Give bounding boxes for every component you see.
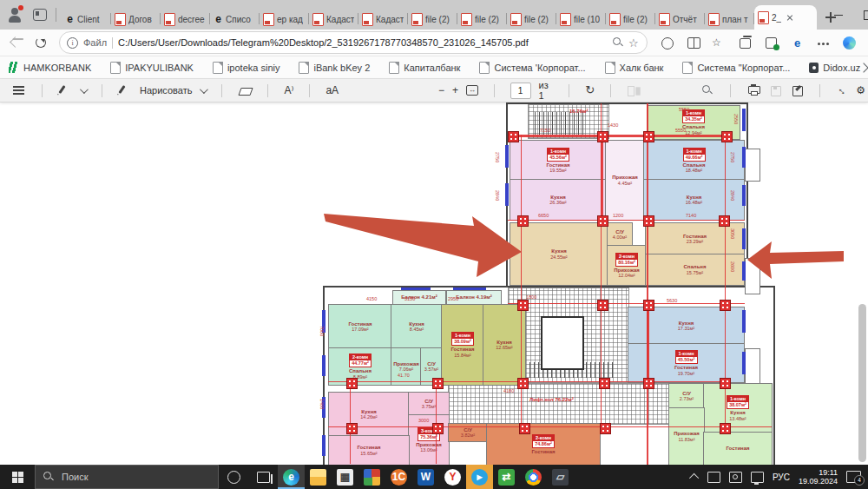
extension-icon[interactable]: [660, 36, 674, 50]
zoom-icon[interactable]: [613, 37, 623, 48]
draw-label[interactable]: Нарисовать: [140, 85, 192, 96]
bookmarks-overflow-icon[interactable]: [858, 63, 868, 72]
browser-tab[interactable]: decree: [161, 9, 210, 30]
axis-marker: [346, 378, 358, 389]
browser-tab[interactable]: e Списо: [210, 9, 260, 30]
language-indicator[interactable]: РУС: [773, 472, 790, 482]
browser-essentials-icon[interactable]: [764, 36, 779, 50]
draw-icon[interactable]: [118, 83, 132, 97]
bookmark-item[interactable]: Система 'Корпорат...: [479, 62, 585, 74]
minimize-button[interactable]: [824, 0, 853, 30]
room-name: С/У: [464, 427, 472, 433]
zoom-in-icon[interactable]: +: [452, 84, 458, 96]
url-text[interactable]: C:/Users/User/Downloads/Telegram%20Deskt…: [118, 37, 608, 48]
maximize-button[interactable]: [853, 0, 868, 30]
room-area: 7.06м²: [399, 367, 413, 372]
zoom-out-icon[interactable]: −: [438, 84, 444, 96]
erase-icon[interactable]: [238, 83, 252, 97]
bookmark-item[interactable]: Халк банк: [605, 62, 664, 74]
task-view-button[interactable]: [248, 465, 278, 489]
bookmark-item[interactable]: ipoteka siniy: [213, 62, 280, 74]
browser-tab[interactable]: file (2): [408, 9, 457, 30]
split-screen-icon[interactable]: [686, 36, 700, 50]
read-aloud-icon[interactable]: A⁾: [284, 84, 293, 96]
back-button[interactable]: [3, 31, 26, 54]
favorite-star-icon[interactable]: ☆: [628, 37, 640, 49]
refresh-button[interactable]: [30, 31, 52, 54]
taskbar-app-button[interactable]: ▱: [547, 465, 574, 489]
bookmark-item[interactable]: Didox.uz: [809, 63, 860, 73]
taskbar-app-button[interactable]: W: [412, 465, 439, 489]
browser-tab[interactable]: 2_: [754, 5, 817, 30]
pdf-content-area[interactable]: 1-комн34.35м² Спальня 12.94м² 1-комн45.5…: [0, 102, 868, 465]
tab-favicon: e: [214, 14, 223, 25]
search-document-icon[interactable]: [700, 83, 714, 97]
bookmark-item[interactable]: Капиталбанк: [389, 62, 460, 74]
browser-tab[interactable]: file (2): [606, 9, 655, 30]
tray-app-icon[interactable]: [707, 472, 720, 483]
tab-label: decree: [178, 15, 205, 24]
translate-icon[interactable]: aA: [326, 84, 339, 96]
favorites-icon[interactable]: ☆: [712, 36, 727, 50]
taskbar-search[interactable]: [35, 465, 219, 489]
fit-to-width-icon[interactable]: ↔: [466, 85, 478, 96]
taskbar-app-button[interactable]: [358, 465, 385, 489]
room-name: Гостиная: [450, 347, 474, 353]
browser-tab[interactable]: план т: [705, 9, 754, 30]
browser-tab[interactable]: ер кад: [260, 9, 309, 30]
browser-tab[interactable]: file (10: [556, 9, 606, 30]
cortana-button[interactable]: [219, 465, 248, 489]
browser-tab[interactable]: file (2): [457, 9, 507, 30]
info-icon[interactable]: i: [67, 37, 78, 49]
taskbar-app-button[interactable]: Y: [439, 465, 466, 489]
fullscreen-icon[interactable]: ↔: [834, 82, 852, 99]
save-as-icon[interactable]: [790, 83, 804, 97]
browser-tab[interactable]: Кадаст: [358, 9, 408, 30]
scrollbar-thumb[interactable]: [858, 304, 866, 462]
url-field[interactable]: i Файл C:/Users/User/Downloads/Telegram%…: [59, 31, 648, 54]
dimension-label: 3050: [730, 228, 735, 239]
highlight-dropdown-icon[interactable]: [80, 85, 89, 94]
tray-display-icon[interactable]: [751, 472, 764, 483]
taskbar-app-button[interactable]: [305, 465, 332, 489]
search-input[interactable]: [60, 471, 194, 483]
bookmark-item[interactable]: IPAKYULIBANK: [110, 62, 194, 74]
dimension-label: 4180: [503, 388, 514, 393]
browser-tab[interactable]: Догов: [111, 9, 161, 30]
tray-camera-icon[interactable]: [729, 472, 742, 483]
taskbar-app-button[interactable]: ▦: [332, 465, 358, 489]
page-number-input[interactable]: [510, 83, 531, 99]
taskbar-app-button[interactable]: ▸: [466, 465, 493, 489]
vertical-scrollbar[interactable]: [858, 102, 867, 465]
workspaces-icon[interactable]: [33, 9, 47, 21]
bookmark-item[interactable]: HAMKORBANK: [9, 62, 91, 73]
highlight-icon[interactable]: [58, 83, 72, 97]
browser-tab[interactable]: file (2): [507, 9, 556, 30]
pdf-settings-icon[interactable]: ⚙: [856, 84, 865, 96]
draw-dropdown-icon[interactable]: [200, 85, 208, 94]
tab-favicon: [115, 13, 126, 26]
bookmark-item[interactable]: Система "Корпорат...: [682, 62, 790, 74]
rotate-icon[interactable]: ↻: [585, 83, 595, 97]
table-of-contents-icon[interactable]: [12, 83, 26, 97]
browser-tab[interactable]: Кадаст: [309, 9, 358, 30]
profile-avatar[interactable]: [5, 5, 24, 24]
taskbar-clock[interactable]: 19:11 19.09.2024: [799, 468, 838, 486]
settings-more-icon[interactable]: [816, 36, 831, 50]
collections-icon[interactable]: [738, 36, 753, 50]
notification-center-icon[interactable]: 4: [846, 471, 861, 483]
taskbar-app-button[interactable]: [520, 465, 547, 489]
taskbar-app-button[interactable]: e: [278, 465, 305, 489]
bookmark-item[interactable]: iBank bKey 2: [299, 62, 370, 74]
taskbar-app-button[interactable]: 1С: [385, 465, 412, 489]
browser-tab[interactable]: Отчёт: [655, 9, 705, 30]
taskbar-app-button[interactable]: ⇄: [493, 465, 520, 489]
ie-mode-icon[interactable]: e: [790, 36, 805, 50]
browser-tab[interactable]: e Client: [62, 9, 111, 30]
tab-close-icon[interactable]: [786, 13, 794, 22]
window-mark: [742, 261, 746, 281]
tray-expand-icon[interactable]: [689, 473, 699, 483]
copilot-icon[interactable]: [842, 36, 857, 50]
print-icon[interactable]: [746, 83, 760, 97]
start-button[interactable]: [0, 465, 35, 489]
